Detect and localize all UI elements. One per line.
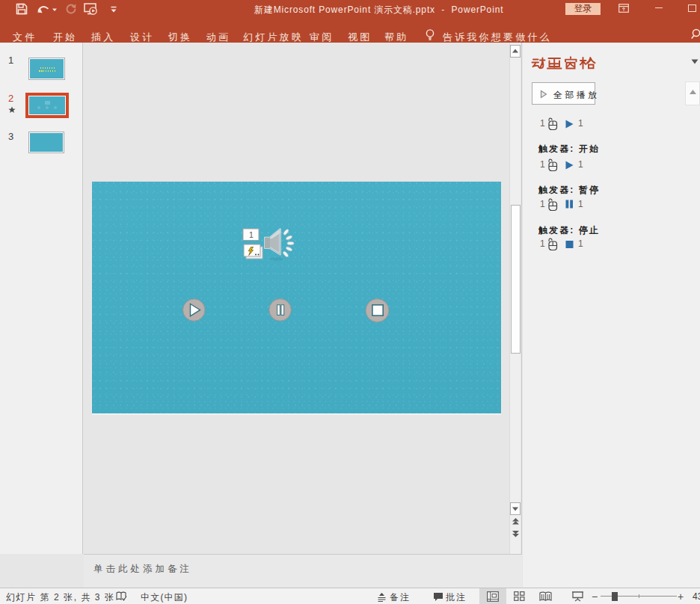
svg-text:1: 1 <box>249 230 254 239</box>
